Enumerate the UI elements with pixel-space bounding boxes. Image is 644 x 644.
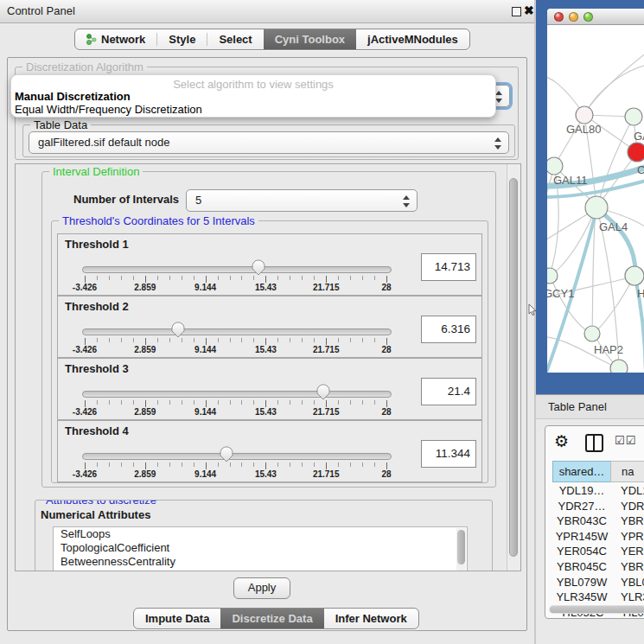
network-node[interactable] xyxy=(584,326,600,341)
apply-button[interactable]: Apply xyxy=(233,577,290,599)
network-edge[interactable] xyxy=(551,277,591,334)
zoom-traffic-light-icon[interactable] xyxy=(583,12,593,22)
tick-mark xyxy=(241,276,242,280)
list-item[interactable]: BetweennessCentrality xyxy=(54,555,467,569)
network-node[interactable] xyxy=(610,360,628,373)
gear-icon[interactable]: ⚙ xyxy=(554,431,569,452)
threshold-value-field[interactable]: 21.4 xyxy=(421,378,476,405)
tick-mark xyxy=(338,276,339,280)
tick-mark xyxy=(121,276,122,280)
network-node[interactable] xyxy=(625,108,642,125)
network-node[interactable] xyxy=(625,266,644,285)
tick-mark xyxy=(314,276,315,280)
network-node[interactable] xyxy=(628,143,644,162)
tick-mark xyxy=(290,338,290,342)
cell-name: YPR1 xyxy=(621,529,644,545)
table-row[interactable]: YBL079WYBL0 xyxy=(545,575,644,590)
cell-name: YER0 xyxy=(621,544,644,559)
tick-mark xyxy=(253,276,254,280)
tick-mark xyxy=(362,400,363,405)
tick-mark xyxy=(97,400,98,405)
network-node-label: GAL11 xyxy=(553,174,588,187)
threshold-value-field[interactable]: 6.316 xyxy=(421,316,476,343)
table-row[interactable]: YDL19…YDL1 xyxy=(545,483,644,499)
tab-discretize-data[interactable]: Discretize Data xyxy=(220,609,323,628)
threshold-slider-thumb[interactable] xyxy=(316,384,330,400)
tick-mark xyxy=(302,400,303,405)
threshold-value-field[interactable]: 11.344 xyxy=(421,440,476,468)
table-hscrollbar-thumb[interactable] xyxy=(550,606,644,613)
tick-label: 9.144 xyxy=(194,407,216,417)
threshold-slider-thumb[interactable] xyxy=(171,322,185,338)
dropdown-option-manual-discretization[interactable]: Manual Discretization xyxy=(15,90,131,103)
tick-mark xyxy=(230,276,231,280)
table-hscrollbar[interactable] xyxy=(549,605,644,614)
threshold-slider-thumb[interactable] xyxy=(252,259,265,276)
tick-mark xyxy=(194,400,194,405)
float-window-icon[interactable] xyxy=(512,7,521,16)
slider-scale: -3.4262.8599.14415.4321.71528 xyxy=(85,359,387,419)
tick-mark xyxy=(169,338,170,342)
list-item[interactable]: TopologicalCoefficient xyxy=(54,541,467,555)
tick-label: 21.715 xyxy=(313,283,340,292)
tick-mark xyxy=(277,400,278,405)
network-node[interactable] xyxy=(576,106,593,124)
tick-mark xyxy=(338,400,339,405)
tick-mark xyxy=(121,462,122,467)
column-header-name[interactable]: na xyxy=(610,461,644,482)
table-row[interactable]: YPR145WYPR1 xyxy=(545,529,644,545)
close-traffic-light-icon[interactable] xyxy=(554,12,564,22)
list-item[interactable]: SelfLoops xyxy=(54,527,467,541)
tab-label: Discretize Data xyxy=(232,612,312,625)
columns-icon[interactable] xyxy=(585,434,603,452)
table-row[interactable]: YBR045CYBR0 xyxy=(545,559,644,575)
tick-label: 15.43 xyxy=(255,469,277,479)
threshold-value-field[interactable]: 14.713 xyxy=(421,253,476,281)
tick-mark xyxy=(182,276,182,280)
network-graph[interactable]: GAL80GACGAL11GAL4GCY1HHAP2 xyxy=(547,25,644,373)
tick-label: -3.426 xyxy=(73,345,97,354)
table-data-combobox[interactable]: galFiltered.sif default node xyxy=(29,131,509,154)
network-edge[interactable] xyxy=(584,64,644,115)
tick-mark xyxy=(362,338,363,342)
pane-scrollbar[interactable] xyxy=(507,164,520,571)
numerical-attributes-list[interactable]: SelfLoopsTopologicalCoefficientBetweenne… xyxy=(53,526,468,571)
tick-mark xyxy=(194,338,194,342)
dropdown-option-equal-width-frequency[interactable]: Equal Width/Frequency Discretization xyxy=(15,103,202,116)
tick-mark xyxy=(265,276,266,283)
threshold-slider-thumb[interactable] xyxy=(220,446,233,462)
num-intervals-combobox[interactable]: 5 xyxy=(186,189,418,212)
table-row[interactable]: YDR27…YDR2 xyxy=(545,499,644,514)
close-icon[interactable]: ✖ xyxy=(524,3,534,17)
table-row[interactable]: YLR345WYLR3 xyxy=(545,590,644,605)
tab-impute-data[interactable]: Impute Data xyxy=(134,609,220,628)
slider-scale: -3.4262.8599.14415.4321.71528 xyxy=(85,234,387,295)
algorithm-dropdown-popup: Select algorithm to view settings Manual… xyxy=(10,74,496,118)
tick-mark xyxy=(230,462,231,467)
network-canvas[interactable]: GAL80GACGAL11GAL4GCY1HHAP2 xyxy=(547,25,644,373)
column-header-shared-name[interactable]: shared… xyxy=(552,461,611,482)
tick-mark xyxy=(133,338,134,342)
pane-scrollbar-thumb[interactable] xyxy=(509,178,518,557)
tick-label: 2.859 xyxy=(134,407,156,417)
network-node[interactable] xyxy=(547,268,558,284)
network-node[interactable] xyxy=(585,196,608,219)
table-row[interactable]: YBR043CYBR0 xyxy=(545,513,644,529)
list-scrollbar[interactable] xyxy=(456,528,466,571)
tab-jactivemnodules[interactable]: jActiveMNodules xyxy=(356,29,469,49)
control-panel-header: Control Panel ✖ xyxy=(0,0,534,23)
tick-mark xyxy=(145,462,146,469)
tick-mark xyxy=(97,338,98,342)
minimize-traffic-light-icon[interactable] xyxy=(569,12,578,22)
network-node[interactable] xyxy=(547,157,563,175)
tab-select[interactable]: Select xyxy=(207,29,263,49)
table-row[interactable]: YER054CYER0 xyxy=(545,544,644,559)
tab-cyni-toolbox[interactable]: Cyni Toolbox xyxy=(264,29,356,49)
tick-label: -3.426 xyxy=(73,407,97,417)
tab-infer-network[interactable]: Infer Network xyxy=(324,609,418,628)
tab-network[interactable]: Network xyxy=(75,29,156,49)
panel-title: Control Panel xyxy=(7,0,75,22)
checkboxes-icon[interactable]: ☑☑ xyxy=(615,434,636,447)
list-scrollbar-thumb[interactable] xyxy=(457,530,465,564)
tab-style[interactable]: Style xyxy=(157,29,207,49)
